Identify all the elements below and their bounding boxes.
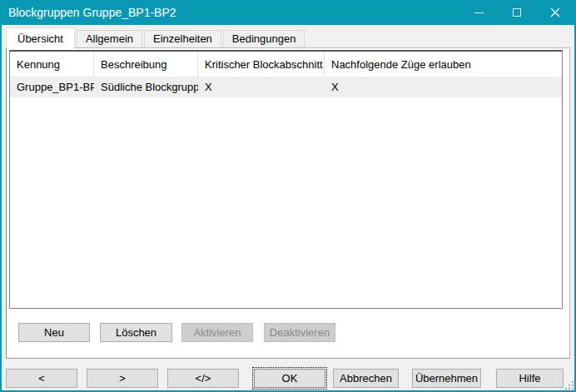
column-header-kennung[interactable]: Kennung [10,52,94,77]
deaktivieren-button[interactable]: Deaktivieren [264,323,335,342]
minimize-icon [474,12,484,13]
column-header-beschreibung[interactable]: Beschreibung [94,52,198,77]
cell-kennung: Gruppe_BP1-BP2 [10,77,94,97]
maximize-button[interactable] [498,0,536,25]
maximize-icon [513,8,521,17]
minimize-button[interactable] [459,0,498,25]
tab-strip: Übersicht Allgemein Einzelheiten Bedingu… [6,28,306,47]
loeschen-button[interactable]: Löschen [100,323,172,342]
titlebar[interactable]: Blockgruppen Gruppe_BP1-BP2 [0,0,576,25]
tab-uebersicht[interactable]: Übersicht [6,27,75,48]
window-border-left [0,0,2,392]
code-view-button[interactable]: </> [167,369,239,388]
tab-bedingungen[interactable]: Bedingungen [223,30,305,47]
close-button[interactable] [536,0,574,25]
window-title: Blockgruppen Gruppe_BP1-BP2 [0,6,176,19]
next-button[interactable]: > [87,369,158,388]
resize-grip[interactable] [564,380,574,390]
cell-nachfolgende-zuege: X [325,77,562,97]
tab-page-uebersicht: Kennung Beschreibung Kritischer Blockabs… [6,47,570,359]
tab-einzelheiten[interactable]: Einzelheiten [144,30,221,47]
blockgruppen-list[interactable]: Kennung Beschreibung Kritischer Blockabs… [9,50,563,309]
table-row[interactable]: Gruppe_BP1-BP2 Südliche Blockgruppe X X [10,77,562,97]
window-controls [459,0,574,25]
cell-kritischer-blockabschnitt: X [198,77,325,97]
dialog-window: Blockgruppen Gruppe_BP1-BP2 Übersicht Al… [0,0,576,392]
hilfe-button[interactable]: Hilfe [496,369,564,388]
column-header-kritischer-blockabschnitt[interactable]: Kritischer Blockabschnitt [198,52,325,77]
ok-button-focus-ring: OK [252,367,327,390]
abbrechen-button[interactable]: Abbrechen [333,369,399,388]
ok-button[interactable]: OK [254,369,325,388]
prev-button[interactable]: < [6,369,77,388]
neu-button[interactable]: Neu [18,323,90,342]
uebernehmen-button[interactable]: Übernehmen [412,369,481,388]
close-icon [550,7,560,17]
tab-allgemein[interactable]: Allgemein [77,30,142,47]
column-header-nachfolgende-zuege[interactable]: Nachfolgende Züge erlauben [325,52,562,77]
table-header-row: Kennung Beschreibung Kritischer Blockabs… [10,52,562,77]
aktivieren-button[interactable]: Aktivieren [181,323,253,342]
cell-beschreibung: Südliche Blockgruppe [94,77,198,97]
